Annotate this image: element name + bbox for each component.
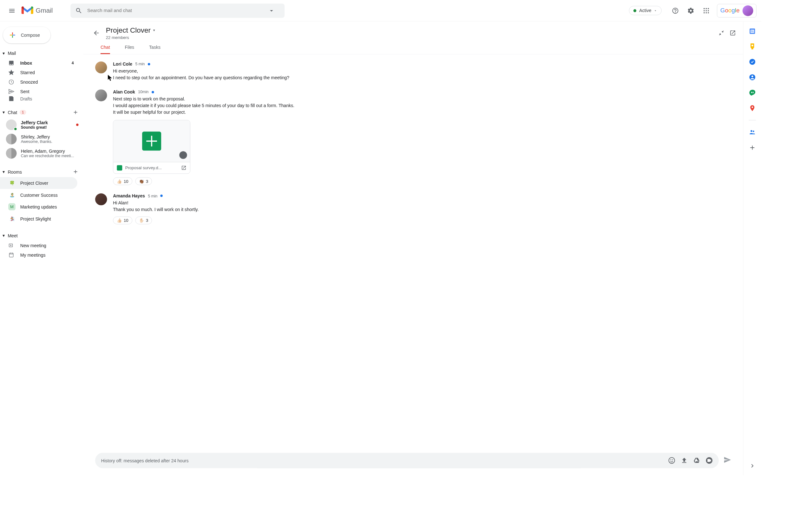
gmail-logo[interactable]: Gmail [21, 6, 53, 15]
chat-section-header[interactable]: ▾ Chat 1 [0, 107, 84, 118]
side-panel: 31 [744, 21, 761, 475]
chat-item[interactable]: Jeffery ClarkSounds great! [0, 118, 84, 132]
svg-point-2 [708, 8, 709, 9]
search-icon [75, 7, 83, 14]
inbox-icon [8, 60, 14, 66]
chat-item[interactable]: Shirley, JefferyAwesome, thanks. [0, 132, 84, 146]
hangouts-icon[interactable] [749, 89, 756, 96]
svg-point-5 [708, 10, 709, 11]
svg-point-12 [669, 458, 675, 464]
plus-icon [8, 31, 17, 40]
hamburger-menu[interactable] [5, 3, 19, 18]
room-title[interactable]: Project Clover ▾ [106, 26, 718, 35]
add-room-button[interactable] [72, 169, 79, 175]
room-item[interactable]: 🏂Project Skylight [0, 213, 78, 225]
app-name: Gmail [36, 7, 53, 14]
open-new-window-icon[interactable] [729, 30, 736, 37]
user-avatar[interactable] [743, 5, 753, 16]
emoji-icon[interactable] [668, 457, 676, 464]
message-input[interactable]: History off: messages deleted after 24 h… [95, 453, 719, 468]
svg-point-8 [708, 12, 709, 13]
caret-down-icon: ▾ [3, 50, 6, 56]
message-author: Alan Cook [113, 89, 135, 95]
chat-badge: 1 [20, 110, 26, 115]
send-button[interactable] [723, 456, 731, 465]
avatar [95, 61, 107, 73]
open-external-icon[interactable] [181, 165, 187, 170]
composer-placeholder: History off: messages deleted after 24 h… [101, 458, 668, 463]
avatar [95, 193, 107, 205]
tab-files[interactable]: Files [125, 45, 134, 54]
caret-down-icon: ▾ [3, 169, 6, 174]
caret-down-icon: ▾ [3, 233, 6, 238]
nav-starred[interactable]: Starred [0, 68, 79, 77]
account-switcher[interactable]: Google [717, 4, 757, 17]
svg-point-13 [670, 459, 671, 460]
search-input[interactable] [87, 8, 268, 13]
maps-icon[interactable] [749, 105, 756, 112]
search-options-icon[interactable] [268, 7, 275, 14]
svg-text:31: 31 [751, 30, 754, 33]
status-selector[interactable]: Active [629, 6, 662, 15]
settings-button[interactable] [685, 5, 697, 17]
reaction-chip[interactable]: 👍🏻10 [113, 216, 132, 224]
new-indicator [152, 91, 154, 93]
meet-new-meeting[interactable]: New meeting [0, 240, 79, 250]
sheets-icon [142, 131, 161, 151]
nav-inbox[interactable]: Inbox4 [0, 58, 79, 68]
contacts-group-icon[interactable] [749, 129, 756, 136]
add-addon-icon[interactable] [749, 144, 756, 152]
avatar [6, 148, 17, 159]
drive-icon[interactable] [693, 457, 700, 464]
attachment-type-badge [179, 151, 187, 159]
add-chat-button[interactable] [72, 109, 79, 115]
reaction-chip[interactable]: 👍🏻10 [113, 177, 132, 185]
search-bar[interactable] [71, 3, 285, 18]
keep-icon[interactable] [749, 43, 756, 50]
support-button[interactable] [670, 5, 681, 17]
room-item[interactable]: MMarketing updates [0, 201, 78, 213]
room-item[interactable]: 🏝️Customer Success [0, 189, 78, 201]
collapse-icon[interactable] [718, 30, 725, 37]
apps-button[interactable] [700, 5, 712, 17]
room-icon: 🏝️ [8, 191, 15, 199]
tasks-icon[interactable] [749, 58, 756, 66]
room-item[interactable]: 🍀Project Clover [0, 177, 78, 189]
room-member-count[interactable]: 22 members [106, 35, 718, 40]
message: Alan Cook10minNext step is to work on th… [95, 89, 731, 185]
status-label: Active [639, 8, 651, 13]
room-icon: 🍀 [8, 179, 15, 187]
message-author: Amanda Hayes [113, 193, 145, 199]
mail-section-header[interactable]: ▾ Mail [0, 48, 84, 58]
contacts-icon[interactable] [749, 74, 756, 81]
meet-section-header[interactable]: ▾ Meet [0, 231, 84, 241]
room-icon: 🏂 [8, 215, 15, 222]
back-button[interactable] [90, 27, 102, 39]
nav-sent[interactable]: Sent [0, 87, 79, 96]
compose-label: Compose [21, 33, 40, 38]
svg-point-20 [750, 59, 756, 65]
compose-button[interactable]: Compose [3, 26, 50, 43]
sidebar: Compose ▾ Mail Inbox4StarredSnoozedSentD… [0, 21, 84, 475]
meet-my-meetings[interactable]: My meetings [0, 250, 79, 260]
starred-icon [8, 69, 14, 75]
svg-rect-11 [9, 253, 13, 257]
upload-icon[interactable] [681, 457, 688, 464]
status-dot-icon [633, 9, 636, 12]
tab-chat[interactable]: Chat [101, 45, 110, 54]
calendar-icon[interactable]: 31 [749, 27, 756, 35]
attachment-card[interactable]: Proposal survey.d... [113, 120, 190, 174]
reaction-chip[interactable]: 👏🏾3 [135, 177, 152, 185]
reaction-chip[interactable]: ✋🏻3 [135, 216, 152, 224]
svg-point-3 [704, 10, 705, 11]
message-text: Hi Alan!Thank you so much. I will work o… [113, 200, 731, 213]
nav-snoozed[interactable]: Snoozed [0, 77, 79, 87]
arrow-back-icon [93, 30, 100, 37]
video-meet-icon[interactable] [706, 457, 713, 464]
chat-item[interactable]: Helen, Adam, GregoryCan we reschedule th… [0, 146, 84, 160]
rooms-section-header[interactable]: ▾ Rooms [0, 166, 84, 177]
avatar [6, 119, 17, 130]
tab-tasks[interactable]: Tasks [149, 45, 160, 54]
chevron-down-icon [654, 9, 657, 12]
collapse-panel-icon[interactable] [749, 462, 756, 469]
